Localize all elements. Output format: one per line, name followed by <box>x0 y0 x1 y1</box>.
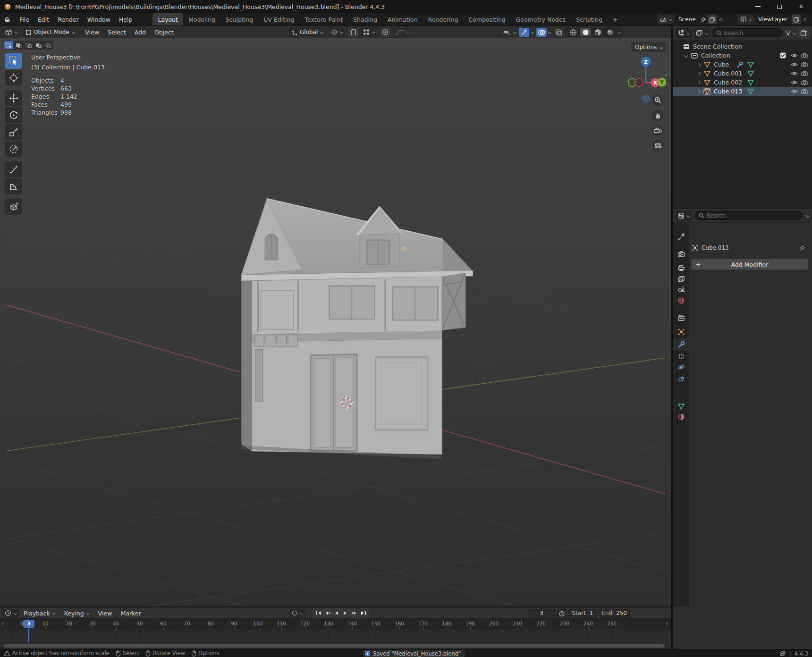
auto-keying-toggle[interactable] <box>289 608 306 618</box>
expand-caret-icon[interactable] <box>697 63 701 66</box>
outliner-row-collection[interactable]: Collection <box>673 51 812 60</box>
workspace-tab-shading[interactable]: Shading <box>348 13 382 25</box>
hide-in-viewport-eye-icon[interactable] <box>790 51 798 60</box>
maximize-button[interactable] <box>769 0 790 13</box>
editor-type-button[interactable] <box>3 27 20 37</box>
hide-in-viewport-eye-icon[interactable] <box>790 87 798 96</box>
xray-toggle[interactable] <box>554 28 564 37</box>
shading-wireframe-button[interactable] <box>568 28 578 36</box>
select-mode-set-button[interactable] <box>4 41 13 49</box>
view-layer-type-icon[interactable] <box>737 15 754 24</box>
jump-to-next-keyframe-button[interactable] <box>350 609 358 617</box>
menu-edit[interactable]: Edit <box>34 13 53 25</box>
workspace-tab-animation[interactable]: Animation <box>382 13 423 25</box>
tool-rotate[interactable] <box>5 107 22 123</box>
pivot-point-selector[interactable] <box>329 27 345 37</box>
show-gizmo-toggle[interactable] <box>519 28 529 37</box>
close-button[interactable]: ✕ <box>790 0 812 13</box>
outliner-search-input[interactable] <box>724 30 779 36</box>
select-mode-invert-button[interactable] <box>34 41 43 49</box>
viewport-menu-object[interactable]: Object <box>151 29 178 36</box>
pin-icon[interactable] <box>700 17 706 23</box>
outliner-item-label[interactable]: Cube.001 <box>714 70 742 77</box>
hide-in-viewport-eye-icon[interactable] <box>790 69 798 78</box>
tab-world[interactable] <box>673 295 689 307</box>
jump-to-prev-keyframe-button[interactable] <box>323 609 331 617</box>
outliner-row-cube002[interactable]: Cube.002 <box>673 78 812 87</box>
tab-object[interactable] <box>673 326 689 338</box>
tab-constraints[interactable] <box>673 373 689 385</box>
camera-view-button[interactable] <box>652 125 664 136</box>
disable-in-renders-camera-icon[interactable] <box>801 51 808 60</box>
options-dropdown[interactable]: Options <box>631 42 667 52</box>
shading-solid-button[interactable] <box>580 28 591 36</box>
workspace-tab-uv-editing[interactable]: UV Editing <box>258 13 299 25</box>
n-panel-expand-arrow[interactable]: ‹ <box>665 71 667 78</box>
timeline-menu-view[interactable]: View <box>94 610 116 617</box>
timeline-menu-playback[interactable]: Playback <box>20 610 59 617</box>
breadcrumb-object-name[interactable]: Cube.013 <box>702 244 729 251</box>
workspace-tab-rendering[interactable]: Rendering <box>423 13 464 25</box>
saved-report-message[interactable]: i Saved "Medieval_House3.blend" <box>364 650 465 657</box>
tab-physics[interactable] <box>673 361 689 373</box>
shading-rendered-button[interactable] <box>605 28 615 36</box>
timeline-ruler[interactable]: 0102030405060708090100110120130140150160… <box>0 619 671 629</box>
viewport-menu-select[interactable]: Select <box>104 29 130 36</box>
outliner-filter-id-selector[interactable] <box>694 28 710 38</box>
shading-material-button[interactable] <box>592 28 603 36</box>
new-view-layer-button[interactable] <box>792 15 801 24</box>
falloff-selector[interactable] <box>393 27 411 37</box>
tool-transform[interactable] <box>5 141 22 157</box>
frame-start-field[interactable]: Start 1 <box>568 609 597 617</box>
mesh-data-icon[interactable] <box>747 62 754 67</box>
zoom-button[interactable] <box>652 94 664 106</box>
timeline-menu-marker[interactable]: Marker <box>117 610 144 617</box>
properties-search[interactable] <box>695 211 803 220</box>
chevron-down-icon[interactable] <box>617 30 621 34</box>
scene-name[interactable]: Scene <box>676 16 699 23</box>
tab-collection[interactable] <box>673 312 689 324</box>
new-collection-button[interactable] <box>798 28 809 38</box>
chevron-down-icon[interactable] <box>530 30 534 34</box>
timeline-right-expand-arrow[interactable]: ‹ <box>666 620 668 627</box>
outliner-display-mode-selector[interactable] <box>676 28 692 38</box>
hide-in-viewport-eye-icon[interactable] <box>790 60 798 69</box>
proportional-editing-toggle[interactable] <box>380 28 390 37</box>
snap-target-selector[interactable] <box>361 27 377 37</box>
unlink-scene-button[interactable]: ✕ <box>719 16 723 23</box>
hide-in-viewport-eye-icon[interactable] <box>790 78 798 87</box>
disable-in-renders-camera-icon[interactable] <box>801 78 808 87</box>
collection-exclude-checkbox[interactable] <box>779 51 787 60</box>
workspace-tab-texture-paint[interactable]: Texture Paint <box>299 13 348 25</box>
timeline-tracks[interactable] <box>0 629 671 642</box>
show-overlays-toggle[interactable] <box>536 28 547 37</box>
outliner-search[interactable] <box>712 28 783 37</box>
frame-end-field[interactable]: End 250 <box>599 609 630 617</box>
view-layer-name[interactable]: ViewLayer <box>755 16 790 23</box>
tool-annotate[interactable] <box>5 161 22 177</box>
collapse-caret-icon[interactable] <box>685 54 688 57</box>
tool-select-box[interactable] <box>5 53 22 69</box>
menu-render[interactable]: Render <box>53 13 83 25</box>
tool-cursor[interactable] <box>5 70 22 86</box>
minimize-button[interactable] <box>747 0 769 13</box>
tab-tool[interactable] <box>673 230 689 243</box>
select-mode-extend-button[interactable] <box>14 41 23 49</box>
select-mode-subtract-button[interactable] <box>24 41 33 49</box>
add-modifier-button[interactable]: + Add Modifier <box>691 259 808 270</box>
mesh-data-icon[interactable] <box>747 71 754 76</box>
workspace-tab-layout[interactable]: Layout <box>152 13 183 25</box>
add-workspace-button[interactable]: + <box>608 13 623 25</box>
expand-caret-icon[interactable] <box>697 90 701 93</box>
tab-render[interactable] <box>673 248 689 261</box>
play-button[interactable] <box>341 609 349 617</box>
filter-funnel-icon[interactable] <box>785 30 791 36</box>
select-mode-intersect-button[interactable] <box>44 41 53 49</box>
mesh-data-icon[interactable] <box>747 80 754 85</box>
chevron-down-icon[interactable] <box>548 30 551 34</box>
viewport-menu-view[interactable]: View <box>82 29 103 36</box>
timeline-channels-expand-arrow[interactable]: › <box>1 620 4 627</box>
scene-type-icon[interactable] <box>658 15 674 24</box>
tab-scene[interactable] <box>673 283 689 295</box>
jump-to-end-button[interactable] <box>359 609 367 617</box>
